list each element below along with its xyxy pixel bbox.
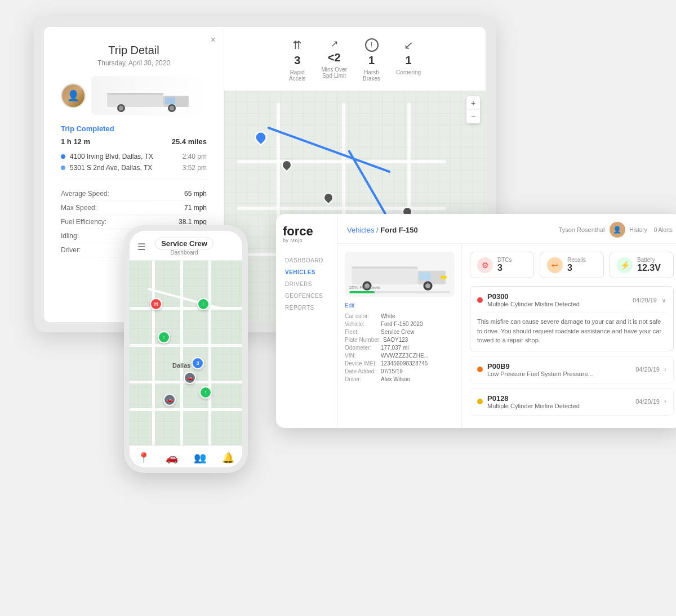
force-header: Vehicles / Ford F-150 Tyson Rosenthal 👤 … — [338, 214, 676, 244]
force-action-alerts[interactable]: 0 Alerts — [654, 227, 673, 233]
detail-fleet: Fleet: Service Crew — [345, 329, 455, 335]
phone-menu-icon[interactable]: ☰ — [137, 242, 145, 252]
dtc-row-p0128: P0128 Multiple Cylinder Misfire Detected… — [477, 394, 666, 409]
detail-vin-label: VIN: — [345, 352, 379, 359]
breadcrumb-link[interactable]: Vehicles — [347, 226, 374, 234]
svg-point-4 — [119, 106, 123, 110]
dtc-code-p0128: P0128 — [487, 394, 580, 403]
force-top-actions: History 0 Alerts — [630, 227, 673, 233]
fuel-bar — [349, 291, 450, 293]
stop-end-address: 5301 S 2nd Ave, Dallas, TX — [70, 164, 178, 172]
dtc-desc-p0300: Multiple Cylinder Misfire Detected — [487, 301, 580, 307]
cornering-value: 1 — [406, 54, 412, 67]
detail-plate-value: SAOY123 — [383, 337, 408, 343]
stop-dot-end — [61, 166, 65, 170]
phone-container: ☰ Service Crew Dashboard Dallas ↑ ↑ 3 — [124, 225, 248, 473]
force-sidebar: force by Mojo DASHBOARD VEHICLES DRIVERS… — [276, 214, 338, 428]
force-edit-button[interactable]: Edit — [345, 302, 455, 309]
trip-header: Trip Detail Thursday, April 30, 2020 — [61, 44, 207, 67]
svg-rect-15 — [352, 267, 417, 269]
dtc-item-p00b9[interactable]: P00B9 Low Pressure Fuel System Pressure.… — [470, 356, 674, 383]
phone-marker-5: 🚗 — [163, 394, 176, 406]
dtc-item-p0300[interactable]: P0300 Multiple Cylinder Misfire Detected… — [470, 286, 674, 351]
detail-fleet-label: Fleet: — [345, 329, 379, 335]
force-vehicle-section: 25% Fuel Level Edit Car color: White Veh… — [338, 244, 462, 428]
fuel-label: 25% Fuel Level — [349, 285, 450, 290]
metric-mins-over: ↗ <2 Mins OverSpd Limit — [321, 38, 347, 82]
phone-nav: 📍 🚗 👥 🔔 — [130, 445, 242, 467]
stop-start: 4100 Irving Blvd, Dallas, TX 2:40 pm — [61, 153, 207, 160]
truck-svg — [104, 79, 194, 113]
svg-point-6 — [170, 106, 174, 110]
detail-date-added: Date Added: 07/15/19 — [345, 368, 455, 374]
zoom-out-button[interactable]: − — [466, 110, 480, 123]
force-nav-dashboard[interactable]: DASHBOARD — [283, 255, 331, 266]
trip-duration: 1 h 12 m — [61, 137, 90, 146]
force-body: 25% Fuel Level Edit Car color: White Veh… — [338, 244, 676, 428]
dtc-left-p0128: P0128 Multiple Cylinder Misfire Detected — [477, 394, 580, 409]
force-vehicle-image: 25% Fuel Level — [345, 252, 455, 297]
detail-vehicle-value: Ford F-150 2020 — [381, 321, 423, 327]
force-logo-sub: by Mojo — [283, 238, 331, 243]
dtc-right-p0300: 04/20/19 ∨ — [633, 296, 666, 304]
mins-over-icon: ↗ — [331, 38, 338, 49]
badge-recalls[interactable]: ↩ Recalls 3 — [540, 252, 604, 278]
svg-rect-10 — [419, 272, 430, 280]
metric-harsh-brakes: ! 1 HarshBrakes — [363, 38, 380, 82]
detail-imei-value: 123456098328745 — [381, 360, 428, 367]
stat-avg-speed-value: 65 mph — [184, 190, 207, 198]
breadcrumb-current: Ford F-150 — [380, 226, 417, 234]
phone-map[interactable]: Dallas ↑ ↑ 3 ↑ 🚗 🚗 H — [130, 261, 242, 445]
trip-title: Trip Detail — [61, 44, 207, 57]
phone-city-label: Dallas — [172, 362, 190, 369]
badge-battery[interactable]: ⚡ Battery 12.3V — [610, 252, 674, 278]
stop-start-time: 2:40 pm — [183, 153, 207, 160]
recalls-icon: ↩ — [547, 257, 563, 273]
force-nav-geofences[interactable]: GEOFENCES — [283, 290, 331, 302]
battery-label: Battery — [637, 257, 661, 263]
dtc-code-group-p00b9: P00B9 Low Pressure Fuel System Pressure.… — [487, 362, 593, 377]
detail-color-value: White — [381, 313, 395, 319]
dtc-right-p00b9: 04/20/19 › — [635, 365, 666, 373]
dtc-list: P0300 Multiple Cylinder Misfire Detected… — [470, 286, 674, 416]
dtc-row-p0300: P0300 Multiple Cylinder Misfire Detected… — [477, 292, 666, 307]
mins-over-label: Mins OverSpd Limit — [321, 66, 347, 79]
zoom-in-button[interactable]: + — [466, 96, 480, 110]
dtc-item-p0128[interactable]: P0128 Multiple Cylinder Misfire Detected… — [470, 388, 674, 416]
stop-dot-start — [61, 154, 65, 159]
force-logo-text: force — [283, 225, 331, 238]
dtc-code-group-p0300: P0300 Multiple Cylinder Misfire Detected — [487, 292, 580, 307]
recalls-label: Recalls — [567, 257, 586, 263]
detail-plate: Plate Number: SAOY123 — [345, 337, 455, 343]
cornering-icon: ↙ — [404, 38, 413, 52]
trip-stops: 4100 Irving Blvd, Dallas, TX 2:40 pm 530… — [61, 153, 207, 172]
phone-header: ☰ Service Crew Dashboard — [130, 231, 242, 261]
force-vehicle-details: Car color: White Vehicle: Ford F-150 202… — [345, 313, 455, 382]
battery-icon: ⚡ — [617, 257, 633, 273]
force-nav-drivers[interactable]: DRIVERS — [283, 278, 331, 290]
force-action-history[interactable]: History — [630, 227, 647, 233]
badge-dtcs[interactable]: ⚙ DTCs 3 — [470, 252, 534, 278]
breadcrumb: Vehicles / Ford F-150 — [347, 226, 418, 234]
phone-nav-drivers[interactable]: 👥 — [194, 452, 206, 464]
detail-vehicle: Vehicle: Ford F-150 2020 — [345, 321, 455, 327]
trip-miles: 25.4 miles — [172, 137, 207, 146]
phone-nav-vehicles[interactable]: 🚗 — [166, 452, 178, 464]
phone-app-subtitle: Dashboard — [155, 249, 214, 256]
dtc-right-p0128: 04/20/19 › — [635, 398, 666, 405]
dtc-expanded-text-p0300: This misfire can cause severe damage to … — [477, 312, 666, 345]
detail-vin: VIN: WVWZZZ3CZHE... — [345, 352, 455, 359]
phone-nav-alerts[interactable]: 🔔 — [222, 452, 234, 464]
phone-marker-7: H — [150, 298, 162, 310]
recalls-info: Recalls 3 — [567, 257, 586, 273]
force-nav-vehicles[interactable]: VEHICLES — [283, 266, 331, 278]
force-nav-reports[interactable]: REPORTS — [283, 302, 331, 314]
dtc-code-p0300: P0300 — [487, 292, 580, 301]
phone-marker-2: ↑ — [158, 331, 170, 343]
battery-info: Battery 12.3V — [637, 257, 661, 273]
dtc-dot-p0300 — [477, 297, 483, 303]
close-button[interactable]: × — [211, 35, 216, 45]
dtc-date-p0128: 04/20/19 — [635, 398, 660, 405]
phone-nav-map[interactable]: 📍 — [137, 452, 150, 464]
detail-date-label: Date Added: — [345, 368, 379, 374]
